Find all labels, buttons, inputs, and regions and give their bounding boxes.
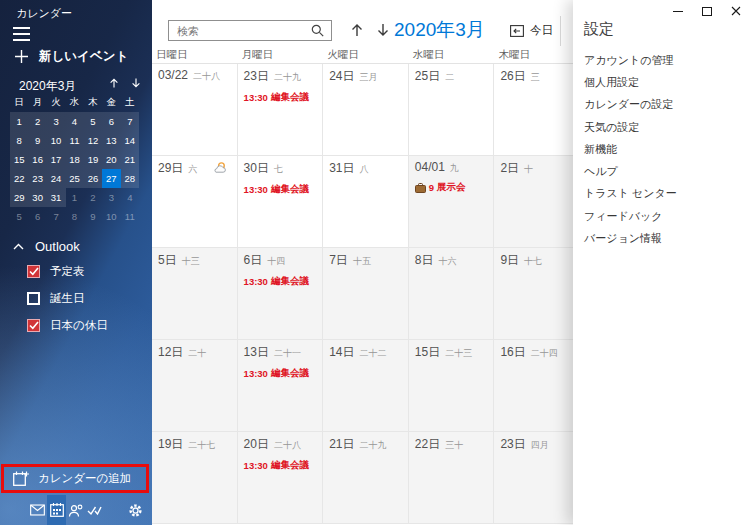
mini-day[interactable]: 29 [10, 188, 28, 207]
day-cell[interactable]: 7日十五 [323, 248, 409, 340]
previous-month-button[interactable] [348, 21, 366, 39]
day-cell[interactable]: 19日二十七 [152, 432, 238, 524]
next-month-button[interactable] [374, 21, 392, 39]
day-cell[interactable]: 15日二十三 [409, 340, 495, 432]
mini-day[interactable]: 8 [65, 207, 83, 226]
day-cell[interactable]: 16日二十四 [494, 340, 573, 432]
add-calendar-button[interactable]: カレンダーの追加 [4, 470, 146, 487]
mini-day[interactable]: 9 [84, 207, 102, 226]
day-cell[interactable]: 03/22二十八 [152, 64, 238, 156]
settings-item[interactable]: アカウントの管理 [584, 49, 744, 71]
mini-day[interactable]: 1 [10, 112, 28, 131]
mini-day[interactable]: 4 [65, 112, 83, 131]
mini-day[interactable]: 6 [102, 112, 120, 131]
mini-day[interactable]: 11 [65, 131, 83, 150]
calendar-list-item[interactable]: 日本の休日 [27, 318, 108, 333]
mini-day[interactable]: 24 [47, 169, 65, 188]
mini-day[interactable]: 2 [28, 112, 46, 131]
mini-day[interactable]: 23 [28, 169, 46, 188]
mini-day[interactable]: 21 [121, 150, 139, 169]
mini-day[interactable]: 7 [47, 207, 65, 226]
mini-day[interactable]: 1 [65, 188, 83, 207]
event[interactable]: 13:30編集会議 [244, 367, 321, 380]
search-icon[interactable] [311, 24, 324, 37]
mini-day[interactable]: 7 [121, 112, 139, 131]
mini-day[interactable]: 10 [47, 131, 65, 150]
mini-day[interactable]: 8 [10, 131, 28, 150]
todo-nav-button[interactable] [85, 495, 104, 525]
window-close-button[interactable] [721, 0, 750, 22]
mini-day[interactable]: 14 [121, 131, 139, 150]
mini-day[interactable]: 13 [102, 131, 120, 150]
event[interactable]: 9展示会 [415, 181, 492, 194]
mini-day[interactable]: 2 [84, 188, 102, 207]
mini-day[interactable]: 18 [65, 150, 83, 169]
mini-day[interactable]: 4 [121, 188, 139, 207]
day-cell[interactable]: 9日十七 [494, 248, 573, 340]
settings-item[interactable]: カレンダーの設定 [584, 94, 744, 116]
event[interactable]: 13:30編集会議 [244, 183, 321, 196]
event[interactable]: 13:30編集会議 [244, 91, 321, 104]
mini-day[interactable]: 19 [84, 150, 102, 169]
mail-nav-button[interactable] [28, 495, 47, 525]
today-button[interactable]: 今日 [510, 20, 553, 41]
mini-day[interactable]: 28 [121, 169, 139, 188]
day-cell[interactable]: 29日六 [152, 156, 238, 248]
mini-day[interactable]: 17 [47, 150, 65, 169]
settings-item[interactable]: バージョン情報 [584, 227, 744, 249]
day-cell[interactable]: 23日二十九13:30編集会議 [238, 64, 324, 156]
calendar-list-item[interactable]: 誕生日 [27, 291, 108, 306]
settings-item[interactable]: ヘルプ [584, 160, 744, 182]
mini-day[interactable]: 26 [84, 169, 102, 188]
day-cell[interactable]: 2日十 [494, 156, 573, 248]
mini-day[interactable]: 22 [10, 169, 28, 188]
mini-day[interactable]: 25 [65, 169, 83, 188]
mini-calendar-next-button[interactable] [128, 75, 144, 91]
day-cell[interactable]: 25日二 [409, 64, 495, 156]
mini-day[interactable]: 9 [28, 131, 46, 150]
window-maximize-button[interactable] [692, 0, 721, 22]
mini-day[interactable]: 3 [47, 112, 65, 131]
day-cell[interactable]: 8日十六 [409, 248, 495, 340]
day-cell[interactable]: 21日二十九 [323, 432, 409, 524]
settings-item[interactable]: 個人用設定 [584, 71, 744, 93]
checkbox-checked-icon[interactable] [27, 319, 40, 332]
day-cell[interactable]: 20日二十八13:30編集会議 [238, 432, 324, 524]
day-cell[interactable]: 26日三 [494, 64, 573, 156]
mini-day[interactable]: 11 [121, 207, 139, 226]
hamburger-menu-button[interactable] [13, 27, 35, 41]
people-nav-button[interactable] [66, 495, 85, 525]
mini-day[interactable]: 10 [102, 207, 120, 226]
event[interactable]: 13:30編集会議 [244, 459, 321, 472]
calendar-nav-button[interactable] [47, 495, 66, 525]
settings-item[interactable]: トラスト センター [584, 183, 744, 205]
mini-calendar-title[interactable]: 2020年3月 [19, 78, 76, 95]
mini-day-selected[interactable]: 27 [102, 169, 120, 188]
day-cell[interactable]: 23日四月 [494, 432, 573, 524]
mini-day[interactable]: 31 [47, 188, 65, 207]
mini-calendar-prev-button[interactable] [106, 75, 122, 91]
outlook-group-header[interactable]: Outlook [13, 239, 80, 254]
mini-day[interactable]: 20 [102, 150, 120, 169]
day-cell[interactable]: 14日二十二 [323, 340, 409, 432]
day-cell[interactable]: 13日二十一13:30編集会議 [238, 340, 324, 432]
mini-day[interactable]: 30 [28, 188, 46, 207]
settings-nav-button[interactable] [126, 495, 145, 525]
settings-item[interactable]: 新機能 [584, 138, 744, 160]
checkbox-checked-icon[interactable] [27, 265, 40, 278]
calendar-list-item[interactable]: 予定表 [27, 264, 108, 279]
checkbox-unchecked-icon[interactable] [27, 292, 40, 305]
settings-item[interactable]: フィードバック [584, 205, 744, 227]
mini-day[interactable]: 15 [10, 150, 28, 169]
event[interactable]: 13:30編集会議 [244, 275, 321, 288]
day-cell[interactable]: 22日三十 [409, 432, 495, 524]
mini-day[interactable]: 5 [84, 112, 102, 131]
day-cell[interactable]: 04/01九9展示会 [409, 156, 495, 248]
mini-day[interactable]: 6 [28, 207, 46, 226]
mini-day[interactable]: 3 [102, 188, 120, 207]
day-cell[interactable]: 24日三月 [323, 64, 409, 156]
day-cell[interactable]: 5日十三 [152, 248, 238, 340]
mini-day[interactable]: 5 [10, 207, 28, 226]
new-event-button[interactable]: 新しいイベント [15, 48, 128, 65]
mini-day[interactable]: 16 [28, 150, 46, 169]
